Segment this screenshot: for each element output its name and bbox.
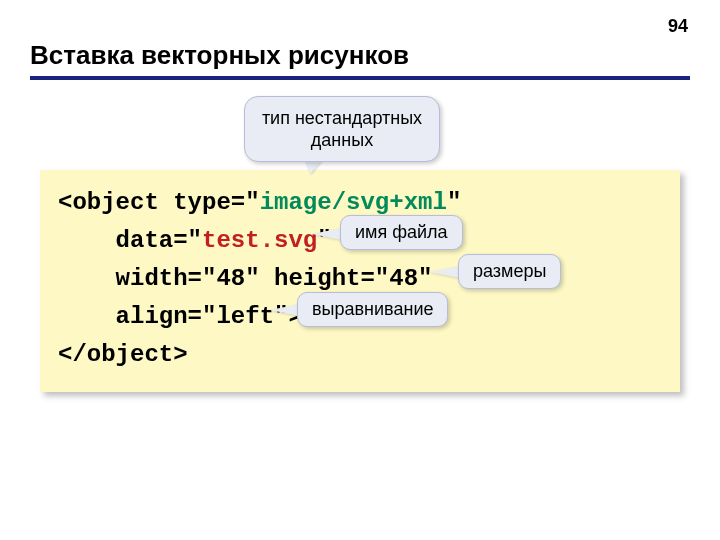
title-rule [30, 76, 690, 80]
code-text: " [447, 189, 461, 216]
callout-tail [270, 304, 300, 316]
code-text: <object type=" [58, 189, 260, 216]
callout-type: тип нестандартных данных [244, 96, 440, 162]
callout-dimensions: размеры [458, 254, 561, 289]
callout-tail [430, 266, 460, 278]
page-number: 94 [668, 16, 688, 37]
code-mime-type: image/svg+xml [260, 189, 447, 216]
code-line-5: </object> [58, 336, 662, 374]
code-text: data=" [58, 227, 202, 254]
slide-title: Вставка векторных рисунков [30, 40, 409, 71]
code-filename: test.svg [202, 227, 317, 254]
code-block: <object type="image/svg+xml" data="test.… [40, 170, 680, 392]
callout-align: выравнивание [297, 292, 448, 327]
callout-tail [312, 228, 342, 240]
callout-filename: имя файла [340, 215, 463, 250]
